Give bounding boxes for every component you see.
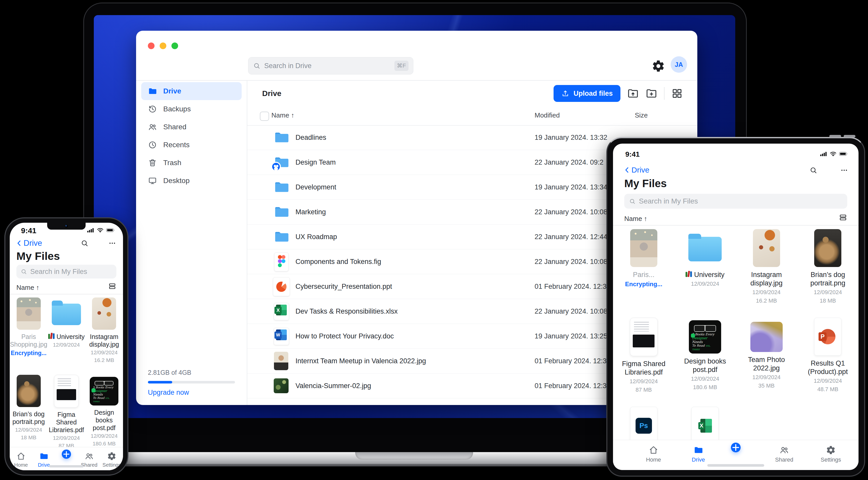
- monitor-icon: [148, 176, 157, 185]
- list-view-toggle[interactable]: [839, 213, 847, 222]
- home-indicator[interactable]: [707, 464, 764, 467]
- sort-arrow-icon: ↑: [644, 215, 647, 222]
- zoom-window-button[interactable]: [172, 42, 178, 49]
- avatar[interactable]: JA: [671, 56, 687, 73]
- back-button[interactable]: Drive: [16, 239, 42, 248]
- grid-view-button[interactable]: [671, 88, 683, 99]
- nav-item-home[interactable]: Home: [10, 450, 32, 468]
- sidebar-item-desktop[interactable]: Desktop: [141, 172, 242, 190]
- column-size[interactable]: Size: [635, 111, 648, 119]
- search-input[interactable]: Search in My Files: [624, 194, 847, 209]
- photo-portrait-icon: [274, 352, 288, 370]
- grid-item-figma-shared-libraries-pdf[interactable]: Figma Shared Libraries.pdf 12/09/2024 87…: [48, 375, 85, 449]
- file-name: Design Team: [296, 159, 336, 166]
- file-name: Team Photo 2022.jpg: [740, 355, 794, 373]
- nav-item-shared[interactable]: Shared: [770, 444, 798, 463]
- sidebar: Drive Backups Shared Recents Trash Deskt…: [136, 81, 247, 405]
- books-icon: [685, 271, 692, 277]
- plus-icon: [62, 449, 71, 459]
- status-time: 9:41: [625, 150, 640, 159]
- column-modified[interactable]: Modified: [535, 111, 560, 119]
- sidebar-item-label: Shared: [163, 123, 186, 131]
- file-date: 12/09/2024: [752, 374, 781, 381]
- file-grid: Paris Shopping.jpg Encrypting... Univers…: [10, 298, 123, 470]
- search-icon-button[interactable]: [809, 166, 817, 174]
- nav-item-settings[interactable]: Settings: [100, 450, 123, 468]
- sidebar-item-backups[interactable]: Backups: [141, 100, 242, 118]
- nav-item-settings[interactable]: Settings: [817, 444, 845, 463]
- file-name: Design books post.pdf: [85, 409, 123, 432]
- doc-books-thumbnail: 5 Books EveryDesigner NeedsTo Read VOL. …: [90, 377, 118, 406]
- select-all-checkbox[interactable]: [260, 112, 269, 121]
- status-icons: [87, 227, 115, 234]
- grid-item-partial[interactable]: [678, 407, 732, 445]
- grid-item-team-photo-2022-jpg[interactable]: Team Photo 2022.jpg 12/09/2024 35 MB: [740, 318, 794, 393]
- sort-control[interactable]: Name ↑: [624, 215, 647, 223]
- settings-gear-button[interactable]: [652, 59, 665, 73]
- file-date: 12/09/2024: [814, 377, 842, 384]
- search-input[interactable]: Search in My Files: [17, 265, 116, 278]
- file-modified: 19 January 2024. 13:25: [535, 332, 608, 340]
- tile-ps-thumbnail: Ps: [630, 407, 657, 445]
- phone-screen: 9:41 Drive My Files Search in My Files N…: [10, 223, 123, 470]
- grid-item-paris-shopping-jpg[interactable]: Paris Shopping.jpg Encrypting...: [10, 298, 48, 364]
- file-modified: 19 January 2024. 13:34: [535, 183, 608, 191]
- grid-item-paris[interactable]: Paris... Encrypting...: [617, 229, 671, 304]
- back-label: Drive: [631, 166, 649, 174]
- more-options-button[interactable]: [840, 166, 848, 174]
- new-folder-button[interactable]: [646, 88, 657, 99]
- list-view-toggle[interactable]: [108, 282, 116, 290]
- search-icon-button[interactable]: [81, 239, 89, 247]
- back-button[interactable]: Drive: [623, 166, 649, 174]
- add-button[interactable]: [722, 441, 750, 452]
- grid-item-brian-s-dog-portrait-png[interactable]: Brian’s dog portrait.png 12/09/2024 18 M…: [801, 229, 855, 304]
- file-name: Development: [296, 183, 336, 191]
- grid-item-results-q1-product-ppt[interactable]: Results Q1 (Product).ppt 12/09/2024 48.7…: [801, 318, 855, 393]
- sidebar-item-trash[interactable]: Trash: [141, 154, 242, 172]
- close-window-button[interactable]: [148, 42, 155, 49]
- file-name: Marketing: [296, 208, 326, 216]
- signal-icon: [820, 151, 827, 157]
- grid-item-university[interactable]: University 12/09/2024: [48, 298, 85, 364]
- nav-label: Home: [14, 462, 28, 468]
- add-button[interactable]: [55, 448, 78, 459]
- column-name[interactable]: Name ↑: [271, 111, 294, 119]
- grid-item-instagram-display-jpg[interactable]: Instagram display.jpg 12/09/2024 16.2 MB: [85, 298, 123, 364]
- file-modified: 22 January 2024. 10:08: [535, 208, 608, 216]
- file-size: 18 MB: [21, 434, 36, 441]
- upload-files-button[interactable]: Upload files: [554, 85, 620, 102]
- sidebar-item-shared[interactable]: Shared: [141, 118, 242, 136]
- file-date: 12/09/2024: [91, 349, 118, 356]
- grid-item-figma-shared-libraries-pdf[interactable]: Figma Shared Libraries.pdf 12/09/2024 87…: [617, 318, 671, 393]
- file-name: Internxt Team Meetup in Valencia 2022.jp…: [296, 357, 426, 365]
- nav-item-home[interactable]: Home: [640, 444, 668, 463]
- home-indicator[interactable]: [49, 465, 84, 468]
- nav-label: Home: [646, 456, 661, 463]
- toolbar-divider: [664, 87, 664, 100]
- more-options-button[interactable]: [108, 239, 116, 247]
- sort-control[interactable]: Name ↑: [17, 284, 39, 292]
- upload-folder-button[interactable]: [627, 88, 639, 99]
- sidebar-item-drive[interactable]: Drive: [141, 82, 242, 100]
- grid-item-brian-s-dog-portrait-png[interactable]: Brian’s dog portrait.png 12/09/2024 18 M…: [10, 375, 48, 449]
- minimize-window-button[interactable]: [160, 42, 166, 49]
- grid-item-design-books-post-pdf[interactable]: 5 Books EveryDesigner NeedsTo Read VOL. …: [678, 318, 732, 393]
- chart-ppt-icon: [273, 277, 290, 296]
- file-size: 16.2 MB: [756, 297, 777, 304]
- tile-excel-thumbnail: [691, 407, 719, 445]
- search-placeholder: Search in My Files: [639, 197, 698, 205]
- file-modified: 22 January 2024. 12:44: [535, 233, 608, 241]
- file-modified: 19 January 2024. 13:32: [535, 134, 608, 142]
- grid-item-university[interactable]: University 12/09/2024: [678, 229, 732, 304]
- search-input[interactable]: Search in Drive ⌘F: [248, 57, 413, 74]
- sidebar-item-recents[interactable]: Recents: [141, 136, 242, 154]
- sidebar-item-label: Backups: [163, 105, 191, 113]
- upgrade-link[interactable]: Upgrade now: [148, 388, 237, 397]
- file-size: 180.6 MB: [93, 440, 116, 447]
- grid-item-partial[interactable]: Ps: [617, 407, 671, 445]
- nav-item-drive[interactable]: Drive: [684, 444, 712, 463]
- file-name: Dev Tasks & Responsibilities.xlsx: [296, 307, 398, 315]
- grid-item-instagram-display-jpg[interactable]: Instagram display.jpg 12/09/2024 16.2 MB: [740, 229, 794, 304]
- file-name: Valencia-Summer-02.jpg: [296, 382, 371, 390]
- grid-item-design-books-post-pdf[interactable]: 5 Books EveryDesigner NeedsTo Read VOL. …: [85, 375, 123, 449]
